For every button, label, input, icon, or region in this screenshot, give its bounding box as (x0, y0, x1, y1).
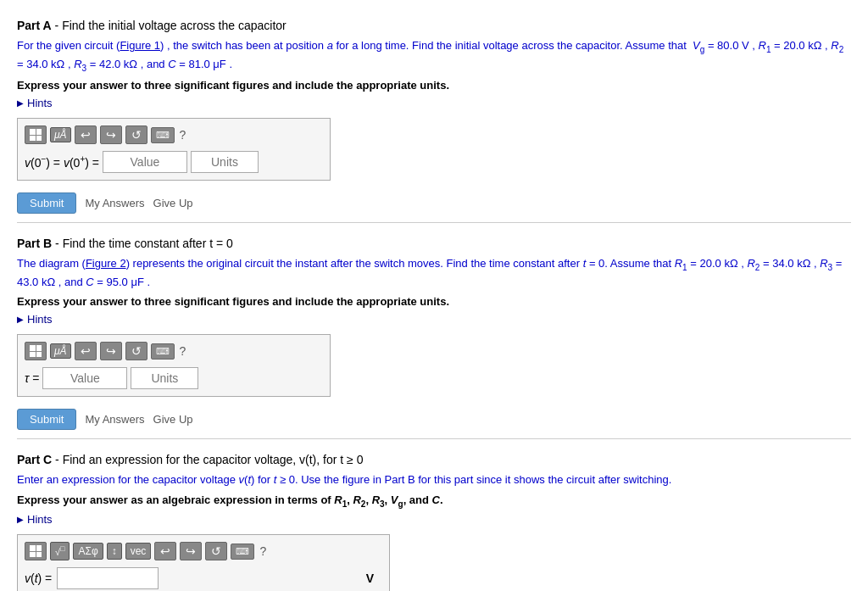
part-a-label: Part A (17, 19, 52, 32)
part-a-input-row: v(0−) = v(0+) = (25, 151, 323, 173)
part-c-aso-btn[interactable]: AΣφ (73, 543, 103, 560)
part-b-my-answers-link[interactable]: My Answers (85, 413, 144, 426)
part-c-unit-v: V (366, 571, 374, 585)
part-b-answer-box: μÅ ↩ ↪ ↺ ⌨ ? τ = (17, 334, 331, 397)
part-b-label: Part B (17, 237, 52, 250)
part-b-toolbar: μÅ ↩ ↪ ↺ ⌨ ? (25, 342, 323, 360)
part-c-input-label: v(t) = (25, 571, 52, 585)
part-a-grid-btn[interactable] (25, 125, 47, 144)
part-c-toolbar: √□ AΣφ ↕ vec ↩ ↪ ↺ ⌨ ? (25, 542, 382, 560)
part-c-help-icon[interactable]: ? (259, 544, 266, 558)
part-c-grid-btn[interactable] (25, 542, 47, 560)
part-c-vec-btn[interactable]: vec (125, 543, 152, 560)
part-b-unit-btn[interactable]: μÅ (50, 343, 71, 359)
part-b-grid-btn[interactable] (25, 342, 47, 360)
part-a-instruction: Express your answer to three significant… (17, 79, 851, 92)
part-c-instruction: Express your answer as an algebraic expr… (17, 493, 851, 509)
part-b-give-up-link[interactable]: Give Up (153, 413, 193, 426)
part-b-redo-btn[interactable]: ↪ (100, 342, 122, 360)
part-b-input-row: τ = (25, 367, 323, 389)
part-a-section: Part A - Find the initial voltage across… (17, 8, 851, 223)
part-c-hints-link[interactable]: Hints (17, 513, 851, 526)
part-c-redo-btn[interactable]: ↪ (180, 542, 202, 560)
part-a-title-text: - Find the initial voltage across the ca… (52, 19, 287, 32)
part-c-input-row: v(t) = V (25, 567, 382, 589)
part-a-description: For the given circuit (Figure 1) , the s… (17, 37, 851, 74)
part-a-toolbar: μÅ ↩ ↪ ↺ ⌨ ? (25, 125, 323, 144)
part-a-hints-link[interactable]: Hints (17, 97, 851, 109)
part-a-keyboard-btn[interactable]: ⌨ (151, 127, 175, 143)
part-c-section: Part C - Find an expression for the capa… (17, 443, 851, 591)
part-c-answer-box: √□ AΣφ ↕ vec ↩ ↪ ↺ ⌨ ? v(t) = V (17, 534, 390, 591)
part-b-units-input[interactable] (131, 367, 198, 389)
part-b-value-input[interactable] (42, 367, 127, 389)
part-c-refresh-btn[interactable]: ↺ (205, 542, 227, 560)
part-a-units-input[interactable] (191, 151, 259, 173)
part-a-input-label: v(0−) = v(0+) = (25, 154, 99, 170)
part-c-updown-btn[interactable]: ↕ (107, 543, 122, 560)
part-b-refresh-btn[interactable]: ↺ (125, 342, 147, 360)
part-a-my-answers-link[interactable]: My Answers (85, 197, 144, 209)
part-c-label: Part C (17, 453, 52, 466)
part-a-refresh-btn[interactable]: ↺ (125, 125, 147, 144)
part-a-value-input[interactable] (103, 151, 187, 173)
part-b-hints-link[interactable]: Hints (17, 313, 851, 326)
part-b-title-text: - Find the time constant after t = 0 (52, 237, 233, 250)
part-c-undo-btn[interactable]: ↩ (154, 542, 176, 560)
part-c-input-left: v(t) = (25, 567, 159, 589)
part-a-help-icon[interactable]: ? (180, 128, 186, 142)
part-a-answer-box: μÅ ↩ ↪ ↺ ⌨ ? v(0−) = v(0+) = (17, 118, 331, 181)
part-b-input-label: τ = (25, 371, 39, 385)
part-b-section: Part B - Find the time constant after t … (17, 226, 851, 439)
part-a-title: Part A - Find the initial voltage across… (17, 19, 851, 32)
part-a-undo-btn[interactable]: ↩ (75, 125, 97, 144)
part-a-actions: Submit My Answers Give Up (17, 192, 851, 214)
part-c-title-text: - Find an expression for the capacitor v… (52, 453, 363, 466)
part-c-title: Part C - Find an expression for the capa… (17, 453, 851, 466)
part-b-actions: Submit My Answers Give Up (17, 409, 851, 430)
part-a-unit-btn[interactable]: μÅ (50, 127, 71, 142)
part-b-undo-btn[interactable]: ↩ (75, 342, 97, 360)
part-b-keyboard-btn[interactable]: ⌨ (151, 343, 175, 360)
part-c-keyboard-btn[interactable]: ⌨ (231, 544, 254, 560)
part-c-description: Enter an expression for the capacitor vo… (17, 471, 851, 488)
part-b-title: Part B - Find the time constant after t … (17, 237, 851, 250)
part-c-value-input[interactable] (57, 567, 159, 589)
part-c-sqrt-btn[interactable]: √□ (50, 542, 70, 560)
part-b-instruction: Express your answer to three significant… (17, 295, 851, 308)
part-a-give-up-link[interactable]: Give Up (153, 197, 193, 209)
part-b-help-icon[interactable]: ? (180, 344, 186, 358)
part-a-redo-btn[interactable]: ↪ (100, 125, 122, 144)
part-b-description: The diagram (Figure 2) represents the or… (17, 255, 851, 290)
part-b-submit-btn[interactable]: Submit (17, 409, 76, 430)
part-a-submit-btn[interactable]: Submit (17, 192, 76, 214)
